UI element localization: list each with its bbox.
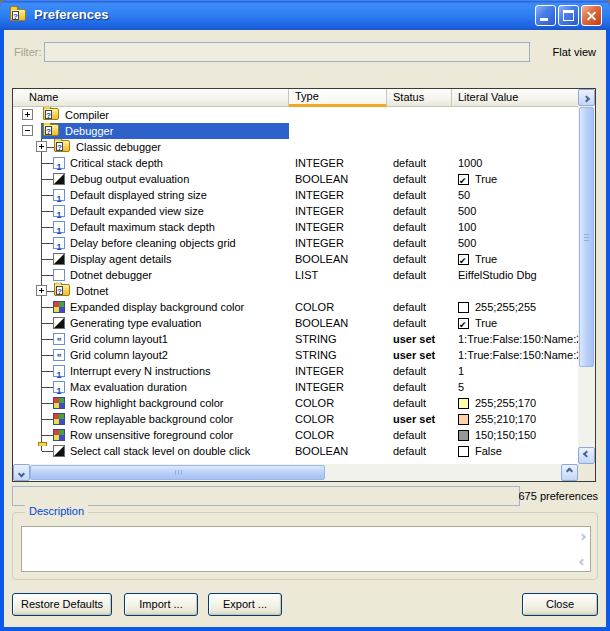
chevron-left-icon — [18, 470, 25, 477]
scroll-right-button[interactable] — [561, 464, 578, 481]
boolean-type-icon — [53, 445, 65, 457]
integer-type-icon — [53, 205, 65, 217]
grid-row[interactable]: Default expanded view sizeINTEGERdefault… — [13, 203, 578, 219]
grid-row[interactable]: Row highlight background colorCOLORdefau… — [13, 395, 578, 411]
status-cell: default — [387, 267, 452, 283]
question-mark-icon — [45, 126, 52, 135]
grid-row[interactable]: Select call stack level on double clickB… — [13, 443, 578, 459]
type-cell: INTEGER — [289, 187, 387, 203]
status-cell: default — [387, 379, 452, 395]
value-cell: 1:True:False:150:Name:2: — [452, 347, 578, 363]
horizontal-scrollbar[interactable] — [13, 464, 578, 481]
value-checkbox[interactable] — [458, 318, 469, 329]
tree-line — [42, 387, 53, 388]
grid-row[interactable]: Compiler — [13, 107, 578, 123]
expand-icon[interactable] — [36, 285, 47, 296]
grid-row[interactable]: Row replayable background colorCOLORuser… — [13, 411, 578, 427]
tree-line — [42, 307, 53, 308]
grid-row[interactable]: Generating type evaluationBOOLEANdefault… — [13, 315, 578, 331]
type-cell: BOOLEAN — [289, 171, 387, 187]
column-header-type[interactable]: Type — [289, 89, 387, 107]
tree-line — [47, 147, 54, 148]
title-bar[interactable]: Preferences — [0, 0, 610, 30]
grid-row[interactable]: Grid column layout1STRINGuser set1:True:… — [13, 331, 578, 347]
grid-row[interactable]: Debugger — [13, 123, 578, 139]
status-cell: default — [387, 427, 452, 443]
description-scroll-down-icon — [576, 558, 588, 568]
color-swatch — [458, 398, 469, 409]
grid-row[interactable]: Default maximum stack depthINTEGERdefaul… — [13, 219, 578, 235]
value-checkbox[interactable] — [458, 446, 469, 457]
grid-row[interactable]: Display agent detailsBOOLEANdefaultTrue — [13, 251, 578, 267]
status-cell: default — [387, 363, 452, 379]
horizontal-scrollbar-thumb[interactable] — [30, 465, 325, 480]
scroll-up-button[interactable] — [578, 89, 595, 106]
value-cell: 1:True:False:150:Name:2: — [452, 331, 578, 347]
tree-line — [42, 243, 53, 244]
grid-row[interactable]: Expanded display background colorCOLORde… — [13, 299, 578, 315]
grid-row[interactable]: Delay before cleaning objects gridINTEGE… — [13, 235, 578, 251]
integer-type-icon — [53, 189, 65, 201]
row-label: Debugger — [65, 123, 113, 139]
grid-row[interactable]: Classic debugger — [13, 139, 578, 155]
import-button[interactable]: Import ... — [124, 593, 198, 616]
grid-row[interactable]: Default displayed string sizeINTEGERdefa… — [13, 187, 578, 203]
value-text: 255;210;170 — [475, 411, 536, 427]
grid-row[interactable]: Max evaluation durationINTEGERdefault5 — [13, 379, 578, 395]
vertical-scrollbar[interactable] — [578, 89, 595, 464]
status-cell — [387, 107, 452, 123]
description-groupbox: Description — [12, 512, 598, 580]
type-cell: LIST — [289, 267, 387, 283]
status-cell: default — [387, 155, 452, 171]
grid-row[interactable]: Dotnet — [13, 283, 578, 299]
row-label: Row replayable background color — [70, 411, 233, 427]
value-cell: 1000 — [452, 155, 578, 171]
flat-view-button[interactable]: Flat view — [553, 46, 596, 58]
status-cell: default — [387, 235, 452, 251]
close-button[interactable]: Close — [522, 593, 598, 616]
folder-icon — [54, 140, 70, 152]
scroll-down-button[interactable] — [578, 447, 595, 464]
restore-defaults-button[interactable]: Restore Defaults — [12, 593, 112, 616]
window-title: Preferences — [34, 7, 108, 22]
scrollbar-corner — [578, 464, 595, 481]
minimize-button[interactable] — [535, 5, 556, 26]
maximize-button[interactable] — [558, 5, 579, 26]
question-mark-icon — [45, 110, 52, 119]
type-cell: INTEGER — [289, 379, 387, 395]
collapse-icon[interactable] — [22, 125, 33, 136]
value-text: 1:True:False:150:Name:2: — [458, 331, 578, 347]
tree-line — [42, 211, 53, 212]
status-cell: user set — [387, 411, 452, 427]
vertical-scrollbar-thumb[interactable] — [579, 107, 594, 367]
status-box — [12, 486, 520, 506]
type-cell — [289, 139, 387, 155]
type-cell — [289, 283, 387, 299]
row-label: Debug output evaluation — [70, 171, 189, 187]
scroll-left-button[interactable] — [13, 464, 30, 481]
integer-type-icon — [53, 221, 65, 233]
tree-line — [42, 419, 53, 420]
grid-row[interactable]: Interrupt every N instructionsINTEGERdef… — [13, 363, 578, 379]
preferences-count: 675 preferences — [519, 490, 599, 502]
column-header-literal-value[interactable]: Literal Value — [452, 89, 578, 107]
value-text: 100 — [458, 219, 476, 235]
close-window-button[interactable] — [581, 5, 602, 26]
value-text: True — [475, 251, 497, 267]
grid-row[interactable]: Dotnet debuggerLISTdefaultEiffelStudio D… — [13, 267, 578, 283]
expand-icon[interactable] — [22, 109, 33, 120]
list-type-icon — [53, 269, 65, 281]
column-header-status[interactable]: Status — [387, 89, 452, 107]
value-checkbox[interactable] — [458, 174, 469, 185]
value-checkbox[interactable] — [458, 254, 469, 265]
filter-input[interactable] — [44, 42, 530, 62]
grid-row[interactable]: Debug output evaluationBOOLEANdefaultTru… — [13, 171, 578, 187]
expand-icon[interactable] — [36, 141, 47, 152]
type-cell: COLOR — [289, 411, 387, 427]
column-header-name[interactable]: Name — [13, 89, 289, 107]
grid-row[interactable]: Row unsensitive foreground colorCOLORdef… — [13, 427, 578, 443]
export-button[interactable]: Export ... — [208, 593, 282, 616]
grid-row[interactable]: Grid column layout2STRINGuser set1:True:… — [13, 347, 578, 363]
grid-row[interactable]: Critical stack depthINTEGERdefault1000 — [13, 155, 578, 171]
boolean-type-icon — [53, 253, 65, 265]
